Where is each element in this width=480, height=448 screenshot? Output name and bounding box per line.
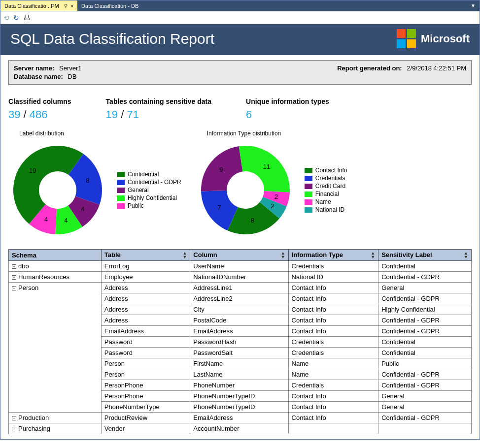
column-cell: AccountNumber [190, 423, 288, 434]
legend-swatch [117, 172, 125, 177]
grid-header-label: Column [193, 251, 217, 258]
table-cell: PhoneNumberType [101, 402, 190, 413]
refresh-icon[interactable]: ↻ [13, 14, 19, 22]
column-cell: AddressLine1 [190, 283, 288, 293]
column-cell: EmailAddress [190, 326, 288, 337]
donut-value: 4 [44, 216, 48, 223]
sensitivity-cell: Confidential - GDPR [378, 413, 472, 423]
schema-name: Person [18, 284, 38, 291]
logo-sq-red [397, 29, 406, 38]
table-cell: Address [101, 315, 190, 326]
table-row: +PurchasingVendorAccountNumber [9, 423, 472, 434]
tables-label: Tables containing sensitive data [106, 97, 211, 105]
sensitivity-cell: Confidential - GDPR [378, 272, 472, 283]
infotype-cell [288, 423, 378, 434]
legend-swatch [305, 192, 312, 197]
legend-item: Confidential [117, 171, 181, 178]
sensitivity-cell: Confidential - GDPR [378, 326, 472, 337]
sort-icon[interactable]: ▲▼ [464, 251, 468, 259]
legend-label: National ID [315, 206, 344, 213]
legend-item: Contact Info [305, 167, 347, 174]
sort-icon[interactable]: ▲▼ [281, 251, 285, 259]
legend-swatch [305, 199, 312, 205]
expander-icon[interactable]: - [12, 286, 16, 290]
table-cell: Address [101, 283, 190, 293]
grid-header[interactable]: Table▲▼ [101, 250, 190, 261]
infotype-cell: National ID [288, 272, 378, 283]
infotype-cell: Name [288, 358, 378, 369]
reportgen-label: Report generated on: [337, 64, 402, 72]
legend-swatch [117, 203, 125, 209]
logo-sq-green [407, 29, 416, 38]
column-cell: NationalIDNumber [190, 272, 288, 283]
table-row: -PersonAddressAddressLine1Contact InfoGe… [9, 283, 472, 293]
table-cell: Address [101, 293, 190, 304]
sensitivity-cell: Confidential - GDPR [378, 369, 472, 380]
sensitivity-cell: Confidential [378, 348, 472, 358]
tables-b: 71 [127, 108, 138, 121]
column-cell: PhoneNumberTypeID [190, 402, 288, 413]
grid-header[interactable]: Column▲▼ [190, 250, 288, 261]
grid-header-label: Schema [12, 252, 36, 259]
expander-icon[interactable]: + [12, 275, 16, 280]
table-cell: PersonPhone [101, 391, 190, 402]
legend-label: Financial [315, 191, 339, 197]
legend-swatch [305, 184, 312, 189]
expander-icon[interactable]: + [12, 264, 16, 269]
pin-icon[interactable]: ⚲ [64, 3, 68, 8]
tab-active[interactable]: Data Classificatio...PM ⚲ × [0, 0, 77, 11]
back-icon[interactable]: ⟲ [3, 14, 9, 22]
table-cell: Vendor [101, 423, 190, 434]
expander-icon[interactable]: + [12, 416, 16, 420]
sensitivity-cell: Highly Confidential [378, 304, 472, 315]
grid-header-label: Information Type [292, 251, 343, 258]
donut-value: 8 [86, 177, 89, 184]
database-value: DB [68, 73, 76, 80]
legend-item: Highly Confidential [117, 194, 181, 201]
sort-icon[interactable]: ▲▼ [182, 251, 187, 259]
database-label: Database name: [14, 73, 63, 80]
charts-row: Label distribution 198444 ConfidentialCo… [8, 130, 472, 239]
close-icon[interactable]: × [70, 3, 73, 9]
donut-value: 19 [29, 167, 36, 174]
toolbar: ⟲ ↻ 🖶 [0, 11, 480, 24]
tab-inactive[interactable]: Data Classification - DB [77, 0, 142, 11]
table-cell: ProductReview [101, 413, 190, 423]
legend-label: Public [128, 202, 144, 209]
classification-grid: SchemaTable▲▼Column▲▼Information Type▲▼S… [8, 249, 472, 434]
types-a: 6 [246, 108, 252, 121]
legend-item: Credit Card [305, 183, 347, 190]
legend-item: Name [305, 198, 347, 205]
grid-header-label: Table [104, 251, 121, 258]
grid-header[interactable]: Information Type▲▼ [288, 250, 378, 261]
expander-icon[interactable]: + [12, 427, 16, 431]
grid-header[interactable]: Schema [9, 250, 102, 261]
label-donut-chart: 198444 [8, 141, 107, 239]
sep: / [121, 108, 127, 121]
table-cell: ErrorLog [101, 261, 190, 272]
legend-label: Confidential [128, 171, 159, 178]
legend-label: Highly Confidential [128, 194, 177, 201]
sort-icon[interactable]: ▲▼ [371, 251, 375, 259]
legend-label: Name [315, 198, 331, 205]
legend-swatch [305, 207, 312, 213]
sensitivity-cell: Public [378, 358, 472, 369]
table-cell: Password [101, 337, 190, 348]
info-legend: Contact InfoCredentialsCredit CardFinanc… [305, 166, 347, 214]
infotype-cell: Credentials [288, 337, 378, 348]
donut-value: 4 [81, 205, 84, 213]
donut-value: 8 [251, 217, 254, 224]
column-cell: AddressLine2 [190, 293, 288, 304]
tab-menu-chevron-icon[interactable]: ▼ [467, 0, 480, 11]
table-cell: PersonPhone [101, 380, 190, 391]
donut-value: 2 [271, 202, 274, 210]
print-icon[interactable]: 🖶 [23, 14, 30, 22]
infotype-cell: Contact Info [288, 315, 378, 326]
column-cell: PhoneNumberTypeID [190, 391, 288, 402]
schema-cell: +HumanResources [9, 272, 102, 283]
tab-inactive-label: Data Classification - DB [81, 3, 138, 9]
legend-item: Credentials [305, 175, 347, 182]
server-value: Server1 [59, 64, 82, 72]
grid-header[interactable]: Sensitivity Label▲▼ [378, 250, 472, 261]
types-label: Unique information types [246, 97, 329, 105]
